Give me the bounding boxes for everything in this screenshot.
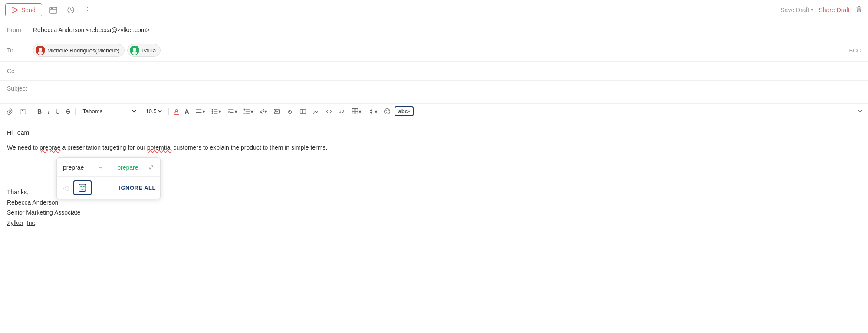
signature-icon	[312, 108, 319, 115]
send-button[interactable]: Send	[5, 3, 42, 16]
special-char-icon	[368, 108, 375, 115]
font-family-dropdown[interactable]: Tahoma Arial Times New Roman	[79, 106, 140, 116]
ignore-all-button[interactable]: IGNORE ALL	[119, 185, 156, 191]
from-value: Rebecca Anderson <rebecca@zylker.com>	[33, 26, 150, 33]
reminder-icon	[66, 6, 75, 14]
emoji-btn[interactable]	[381, 107, 393, 116]
schedule-icon-btn[interactable]	[47, 4, 59, 16]
more-dots-icon: ⋮	[84, 5, 92, 15]
bcc-button[interactable]: BCC	[849, 47, 861, 54]
greeting-line: Hi Team,	[7, 128, 861, 137]
email-body[interactable]: Hi Team, We need to preprae a presentati…	[0, 119, 868, 237]
line-spacing-btn[interactable]: ▾	[241, 107, 256, 116]
email-body-text[interactable]: Hi Team, We need to preprae a presentati…	[7, 128, 861, 153]
spell-arrow-icon: →	[98, 164, 104, 171]
line-spacing-icon	[243, 108, 250, 115]
svg-rect-45	[352, 111, 355, 114]
spell-expand-icon[interactable]: ⤢	[148, 163, 154, 171]
spell-ai-button[interactable]	[73, 180, 92, 195]
bold-icon: B	[37, 108, 42, 115]
underline-icon: U	[56, 108, 60, 115]
image-folder-icon	[20, 108, 26, 115]
toolbar-expand-btn[interactable]	[857, 107, 864, 116]
indent-icon	[227, 108, 234, 115]
link-icon	[286, 108, 293, 115]
svg-point-18	[132, 51, 137, 55]
recipient-name-paula: Paula	[141, 47, 156, 54]
reminder-icon-btn[interactable]	[65, 4, 77, 16]
strikethrough-btn[interactable]: S	[64, 107, 72, 116]
send-icon	[12, 7, 19, 13]
font-highlight-btn[interactable]: A	[183, 107, 191, 116]
signature-line-2: Rebecca Anderson	[7, 198, 861, 208]
svg-point-48	[386, 110, 387, 111]
spell-prev-btn[interactable]: ◁	[61, 182, 70, 194]
hyperlink-btn[interactable]	[284, 107, 296, 116]
spell-check-popup: preprae → prepare ⤢ ◁ IGNORE ALL	[56, 157, 161, 199]
svg-point-51	[80, 186, 82, 187]
recipient-tag-paula[interactable]: Paula	[127, 44, 161, 57]
save-draft-label: Save Draft	[780, 7, 809, 13]
ai-icon	[78, 183, 87, 193]
insert-image-btn[interactable]	[17, 107, 29, 116]
underline-btn[interactable]: U	[53, 107, 62, 116]
signature-btn[interactable]	[310, 107, 322, 116]
schedule-icon	[49, 6, 58, 14]
save-draft-container[interactable]: Save Draft ▾	[780, 7, 813, 13]
attach-file-btn[interactable]	[4, 107, 16, 116]
svg-rect-43	[352, 108, 355, 111]
align-btn[interactable]: ▾	[193, 107, 207, 116]
from-label: From	[7, 26, 33, 33]
table-insert-btn[interactable]	[297, 107, 309, 116]
code-btn[interactable]	[323, 107, 335, 116]
save-draft-arrow-icon: ▾	[811, 7, 813, 13]
font-size-dropdown[interactable]: 10.5 8 10 12 14	[141, 106, 165, 116]
separator-3	[168, 108, 169, 115]
spell-check-btn[interactable]: abc ▾	[395, 106, 413, 116]
svg-point-28	[212, 111, 213, 111]
table-format-btn[interactable]: ▾	[349, 107, 364, 116]
font-highlight-icon: A	[185, 108, 189, 115]
avatar-paula	[130, 46, 139, 55]
to-label: To	[7, 47, 33, 54]
recipient-tag-michelle[interactable]: Michelle Rodrigues(Michelle)	[33, 44, 125, 57]
spell-check-arrow: ▾	[408, 109, 410, 114]
align-dropdown-arrow: ▾	[202, 108, 205, 115]
font-family-select[interactable]: Tahoma Arial Times New Roman	[81, 108, 138, 115]
insert-image-inline-btn[interactable]	[271, 107, 283, 116]
svg-rect-44	[355, 108, 358, 111]
spell-popup-footer: ◁ IGNORE ALL	[57, 177, 160, 199]
superscript-btn[interactable]: x² ▾	[257, 107, 270, 116]
font-size-select[interactable]: 10.5 8 10 12 14	[144, 108, 163, 115]
format-toolbar: B I U S Tahoma Arial Times New Roman 10.…	[0, 104, 868, 119]
more-options-btn[interactable]: ⋮	[82, 3, 94, 16]
svg-line-9	[71, 10, 72, 11]
svg-point-17	[133, 48, 136, 51]
to-recipients: Michelle Rodrigues(Michelle) Paula	[33, 44, 846, 57]
list-btn[interactable]: ▾	[209, 107, 224, 116]
subject-input[interactable]	[11, 92, 865, 99]
delete-draft-button[interactable]	[855, 5, 863, 15]
spell-popup-header: preprae → prepare ⤢	[57, 158, 160, 176]
bold-btn[interactable]: B	[35, 107, 44, 116]
superscript-icon: x²	[260, 108, 265, 115]
spell-suggestion[interactable]: prepare	[117, 164, 138, 171]
superscript-dropdown-arrow: ▾	[264, 108, 267, 115]
signature-line-3: Senior Marketing Associate	[7, 208, 861, 218]
indent-btn[interactable]: ▾	[225, 107, 240, 116]
svg-rect-46	[355, 111, 358, 114]
svg-rect-2	[50, 7, 57, 13]
italic-btn[interactable]: I	[46, 107, 52, 116]
indent-dropdown-arrow: ▾	[234, 108, 237, 115]
emoji-icon	[384, 108, 391, 115]
list-dropdown-arrow: ▾	[218, 108, 221, 115]
trash-icon	[855, 5, 863, 13]
font-color-btn[interactable]: A	[172, 107, 181, 116]
spell-original-word: preprae	[63, 164, 84, 171]
company-name-part2: Inc	[27, 219, 35, 226]
special-char-btn[interactable]: ▾	[365, 107, 380, 116]
share-draft-button[interactable]: Share Draft	[819, 7, 850, 13]
svg-rect-39	[300, 109, 306, 114]
quote-btn[interactable]	[336, 107, 348, 116]
svg-point-47	[385, 108, 390, 114]
